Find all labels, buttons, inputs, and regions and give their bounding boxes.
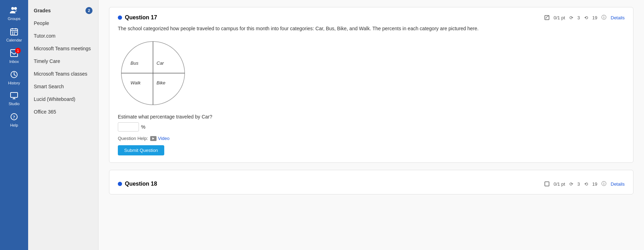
- sidebar-item-calendar-label: Calendar: [6, 38, 22, 42]
- svg-rect-10: [15, 32, 17, 33]
- tries-icon: ⟳: [569, 15, 573, 20]
- question-17-meta: 0/1 pt ⟳ 3 ⟲ 19 ⓘ Details: [544, 14, 625, 21]
- question-17-text: The school categorized how people travel…: [118, 25, 625, 32]
- video-label: Video: [158, 136, 170, 141]
- info-icon-18: ⓘ: [601, 181, 606, 187]
- msteams-classes-label: Microsoft Teams classes: [34, 71, 87, 77]
- percent-sign: %: [141, 124, 145, 130]
- svg-text:?: ?: [13, 114, 15, 120]
- msteams-meetings-label: Microsoft Teams meetings: [34, 46, 91, 51]
- question-18-points: 0/1 pt: [554, 181, 565, 187]
- grades-badge: 2: [85, 7, 93, 14]
- svg-rect-7: [14, 32, 15, 33]
- history-icon: [10, 71, 18, 80]
- svg-point-0: [11, 7, 14, 10]
- video-link[interactable]: ▶ Video: [150, 136, 170, 141]
- question-18-tries: 3: [578, 181, 580, 187]
- sidebar-item-inbox-label: Inbox: [9, 59, 19, 64]
- secondary-sidebar: Grades 2 People Tutor.com Microsoft Team…: [28, 0, 98, 250]
- secondary-sidebar-title: Grades: [34, 8, 51, 13]
- sidebar-item-inbox[interactable]: 1 Inbox: [0, 46, 28, 67]
- svg-rect-13: [11, 92, 18, 97]
- question-17-points: 0/1 pt: [554, 15, 565, 20]
- question-17-title: Question 17: [118, 14, 157, 21]
- question-18-header: Question 18 0/1 pt ⟳ 3 ⟲ 19 ⓘ Details: [118, 177, 625, 187]
- sidebar-item-history-label: History: [8, 81, 20, 85]
- question-18-block: Question 18 0/1 pt ⟳ 3 ⟲ 19 ⓘ Details: [109, 170, 633, 194]
- question-18-label: Question 18: [125, 181, 157, 187]
- tutorcom-label: Tutor.com: [34, 33, 56, 39]
- sidebar-item-calendar[interactable]: Calendar: [0, 24, 28, 46]
- secondary-sidebar-header: Grades 2: [28, 4, 98, 17]
- svg-rect-9: [14, 33, 15, 34]
- groups-icon: [10, 6, 18, 16]
- svg-rect-8: [12, 33, 13, 34]
- submit-question-button[interactable]: Submit Question: [118, 145, 164, 155]
- office365-label: Office 365: [34, 109, 56, 115]
- secondary-sidebar-item-people[interactable]: People: [28, 17, 98, 30]
- sidebar-item-groups-label: Groups: [8, 17, 20, 21]
- question-18-title: Question 18: [118, 181, 157, 187]
- question-help-label: Question Help:: [118, 136, 148, 141]
- smart-search-label: Smart Search: [34, 84, 64, 89]
- sidebar-item-groups[interactable]: Groups: [0, 3, 28, 24]
- pie-label-bike: Bike: [157, 80, 165, 85]
- info-icon: ⓘ: [601, 14, 606, 21]
- inbox-badge: 1: [15, 48, 21, 53]
- pie-label-bus: Bus: [130, 60, 138, 66]
- pie-label-walk: Walk: [130, 80, 141, 85]
- sidebar-item-studio-label: Studio: [8, 102, 19, 106]
- calendar-icon: [10, 28, 18, 37]
- secondary-sidebar-item-msteams-classes[interactable]: Microsoft Teams classes: [28, 68, 98, 80]
- pie-chart-container: Bus Car Walk Bike: [118, 38, 625, 108]
- help-icon: ?: [10, 113, 18, 122]
- meta-edit-icon: [544, 15, 549, 20]
- sidebar-item-help-label: Help: [10, 123, 18, 127]
- question-help-row: Question Help: ▶ Video: [118, 136, 625, 141]
- secondary-sidebar-item-office365[interactable]: Office 365: [28, 105, 98, 118]
- svg-rect-6: [12, 32, 13, 33]
- secondary-sidebar-item-msteams-meetings[interactable]: Microsoft Teams meetings: [28, 42, 98, 55]
- question-17-block: Question 17 0/1 pt ⟳ 3 ⟲ 19 ⓘ Details Th…: [109, 7, 633, 163]
- answer-input-row: %: [118, 122, 625, 132]
- main-content: Question 17 0/1 pt ⟳ 3 ⟲ 19 ⓘ Details Th…: [98, 0, 644, 250]
- video-icon: ▶: [150, 136, 157, 141]
- sidebar-item-studio[interactable]: Studio: [0, 89, 28, 109]
- question-17-body: The school categorized how people travel…: [118, 25, 625, 32]
- studio-icon: [10, 92, 18, 101]
- question-18-meta: 0/1 pt ⟳ 3 ⟲ 19 ⓘ Details: [544, 181, 625, 187]
- meta-edit-icon-18: [544, 181, 549, 186]
- estimate-label: Estimate what percentage traveled by Car…: [118, 114, 625, 120]
- sidebar-item-history[interactable]: History: [0, 67, 28, 89]
- sidebar-item-help[interactable]: ? Help: [0, 109, 28, 131]
- question-17-details[interactable]: Details: [611, 15, 625, 20]
- timely-care-label: Timely Care: [34, 58, 60, 64]
- updates-icon-18: ⟲: [584, 181, 588, 187]
- lucid-label: Lucid (Whiteboard): [34, 96, 75, 102]
- tries-icon-18: ⟳: [569, 181, 573, 187]
- question-17-header: Question 17 0/1 pt ⟳ 3 ⟲ 19 ⓘ Details: [118, 14, 625, 21]
- question-17-dot: [118, 15, 122, 20]
- left-sidebar: Groups Calendar 1 Inbox: [0, 0, 28, 250]
- inbox-icon: 1: [10, 49, 18, 59]
- secondary-sidebar-item-timely-care[interactable]: Timely Care: [28, 55, 98, 68]
- secondary-sidebar-item-smart-search[interactable]: Smart Search: [28, 80, 98, 93]
- secondary-sidebar-item-tutorcom[interactable]: Tutor.com: [28, 30, 98, 42]
- question-18-details[interactable]: Details: [611, 181, 625, 187]
- question-18-dot: [118, 182, 122, 186]
- svg-rect-23: [545, 182, 549, 186]
- question-17-label: Question 17: [125, 14, 157, 21]
- people-label: People: [34, 20, 49, 26]
- pie-chart: Bus Car Walk Bike: [118, 38, 188, 108]
- question-18-updates: 19: [592, 181, 597, 187]
- answer-input[interactable]: [118, 122, 139, 132]
- question-17-tries: 3: [578, 15, 580, 20]
- pie-label-car: Car: [157, 60, 164, 66]
- updates-icon: ⟲: [584, 15, 588, 20]
- question-17-updates: 19: [592, 15, 597, 20]
- secondary-sidebar-item-lucid[interactable]: Lucid (Whiteboard): [28, 93, 98, 105]
- svg-point-1: [14, 7, 17, 10]
